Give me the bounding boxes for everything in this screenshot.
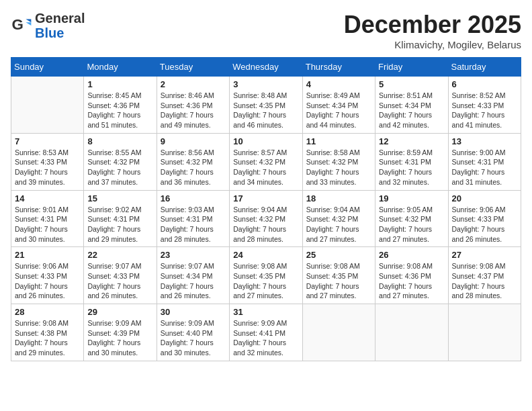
calendar-cell: 28Sunrise: 9:08 AM Sunset: 4:38 PM Dayli… (11, 304, 84, 361)
weekday-header-thursday: Thursday (302, 58, 375, 77)
day-number: 18 (306, 193, 371, 203)
day-info: Sunrise: 9:05 AM Sunset: 4:32 PM Dayligh… (379, 205, 444, 244)
logo-general-text: General (35, 11, 85, 26)
calendar-cell: 16Sunrise: 9:03 AM Sunset: 4:31 PM Dayli… (157, 190, 229, 247)
day-info: Sunrise: 9:04 AM Sunset: 4:32 PM Dayligh… (306, 205, 371, 244)
title-block: December 2025 Klimavichy, Mogilev, Belar… (344, 11, 521, 50)
calendar-cell: 2Sunrise: 8:46 AM Sunset: 4:36 PM Daylig… (157, 77, 229, 134)
day-number: 1 (87, 79, 152, 89)
calendar-cell: 24Sunrise: 9:08 AM Sunset: 4:35 PM Dayli… (230, 247, 302, 304)
day-info: Sunrise: 9:01 AM Sunset: 4:31 PM Dayligh… (15, 205, 80, 244)
day-info: Sunrise: 9:09 AM Sunset: 4:41 PM Dayligh… (233, 318, 298, 358)
calendar-cell: 10Sunrise: 8:57 AM Sunset: 4:32 PM Dayli… (230, 133, 302, 190)
weekday-header-row: SundayMondayTuesdayWednesdayThursdayFrid… (11, 58, 521, 77)
day-number: 29 (87, 307, 152, 317)
day-info: Sunrise: 9:08 AM Sunset: 4:35 PM Dayligh… (233, 261, 298, 301)
calendar-cell: 25Sunrise: 9:08 AM Sunset: 4:35 PM Dayli… (302, 247, 375, 304)
calendar-cell: 30Sunrise: 9:09 AM Sunset: 4:40 PM Dayli… (157, 304, 229, 361)
day-info: Sunrise: 8:58 AM Sunset: 4:32 PM Dayligh… (306, 148, 371, 187)
calendar-cell: 18Sunrise: 9:04 AM Sunset: 4:32 PM Dayli… (302, 190, 375, 247)
calendar-cell (448, 304, 521, 361)
weekday-header-monday: Monday (84, 58, 157, 77)
day-info: Sunrise: 9:08 AM Sunset: 4:37 PM Dayligh… (452, 261, 517, 301)
day-info: Sunrise: 8:57 AM Sunset: 4:32 PM Dayligh… (233, 148, 298, 187)
day-number: 11 (306, 136, 371, 146)
day-number: 20 (452, 193, 517, 203)
day-info: Sunrise: 9:08 AM Sunset: 4:35 PM Dayligh… (306, 261, 371, 301)
day-info: Sunrise: 8:46 AM Sunset: 4:36 PM Dayligh… (161, 91, 226, 130)
day-number: 26 (379, 250, 444, 260)
day-number: 30 (161, 307, 226, 317)
day-number: 17 (233, 193, 298, 203)
day-number: 27 (452, 250, 517, 260)
calendar-cell: 14Sunrise: 9:01 AM Sunset: 4:31 PM Dayli… (11, 190, 84, 247)
day-number: 22 (87, 250, 152, 260)
weekday-header-sunday: Sunday (11, 58, 84, 77)
calendar-cell (302, 304, 375, 361)
day-info: Sunrise: 9:08 AM Sunset: 4:36 PM Dayligh… (379, 261, 444, 301)
day-number: 8 (87, 136, 152, 146)
calendar-cell (11, 77, 84, 134)
day-number: 3 (233, 79, 298, 89)
day-info: Sunrise: 9:06 AM Sunset: 4:33 PM Dayligh… (15, 261, 80, 301)
week-row-3: 14Sunrise: 9:01 AM Sunset: 4:31 PM Dayli… (11, 190, 521, 247)
weekday-header-tuesday: Tuesday (157, 58, 229, 77)
day-number: 24 (233, 250, 298, 260)
day-number: 5 (379, 79, 444, 89)
day-number: 16 (161, 193, 226, 203)
month-year-title: December 2025 (344, 11, 521, 39)
svg-marker-2 (26, 22, 31, 26)
calendar-cell: 9Sunrise: 8:56 AM Sunset: 4:32 PM Daylig… (157, 133, 229, 190)
svg-marker-1 (26, 19, 31, 22)
location-subtitle: Klimavichy, Mogilev, Belarus (344, 39, 521, 50)
day-number: 28 (15, 307, 80, 317)
day-info: Sunrise: 9:09 AM Sunset: 4:40 PM Dayligh… (161, 318, 226, 358)
day-number: 19 (379, 193, 444, 203)
day-info: Sunrise: 9:09 AM Sunset: 4:39 PM Dayligh… (87, 318, 152, 358)
day-number: 21 (15, 250, 80, 260)
weekday-header-friday: Friday (375, 58, 448, 77)
day-number: 23 (161, 250, 226, 260)
calendar-cell: 22Sunrise: 9:07 AM Sunset: 4:33 PM Dayli… (84, 247, 157, 304)
calendar-cell: 19Sunrise: 9:05 AM Sunset: 4:32 PM Dayli… (375, 190, 448, 247)
day-number: 31 (233, 307, 298, 317)
calendar-cell: 15Sunrise: 9:02 AM Sunset: 4:31 PM Dayli… (84, 190, 157, 247)
calendar-cell: 8Sunrise: 8:55 AM Sunset: 4:32 PM Daylig… (84, 133, 157, 190)
svg-text:G: G (12, 16, 24, 33)
calendar-cell: 12Sunrise: 8:59 AM Sunset: 4:31 PM Dayli… (375, 133, 448, 190)
day-info: Sunrise: 9:08 AM Sunset: 4:38 PM Dayligh… (15, 318, 80, 358)
day-info: Sunrise: 9:04 AM Sunset: 4:32 PM Dayligh… (233, 205, 298, 244)
calendar-cell: 17Sunrise: 9:04 AM Sunset: 4:32 PM Dayli… (230, 190, 302, 247)
calendar-cell: 13Sunrise: 9:00 AM Sunset: 4:31 PM Dayli… (448, 133, 521, 190)
day-info: Sunrise: 8:51 AM Sunset: 4:34 PM Dayligh… (379, 91, 444, 130)
calendar-cell: 31Sunrise: 9:09 AM Sunset: 4:41 PM Dayli… (230, 304, 302, 361)
week-row-5: 28Sunrise: 9:08 AM Sunset: 4:38 PM Dayli… (11, 304, 521, 361)
day-info: Sunrise: 9:00 AM Sunset: 4:31 PM Dayligh… (452, 148, 517, 187)
weekday-header-wednesday: Wednesday (230, 58, 302, 77)
day-info: Sunrise: 8:49 AM Sunset: 4:34 PM Dayligh… (306, 91, 371, 130)
logo-blue-text: Blue (35, 26, 85, 40)
day-number: 15 (87, 193, 152, 203)
weekday-header-saturday: Saturday (448, 58, 521, 77)
day-number: 7 (15, 136, 80, 146)
day-number: 10 (233, 136, 298, 146)
calendar-cell: 4Sunrise: 8:49 AM Sunset: 4:34 PM Daylig… (302, 77, 375, 134)
day-info: Sunrise: 8:55 AM Sunset: 4:32 PM Dayligh… (87, 148, 152, 187)
day-info: Sunrise: 8:53 AM Sunset: 4:33 PM Dayligh… (15, 148, 80, 187)
page-header: G General Blue December 2025 Klimavichy,… (11, 11, 521, 50)
calendar-cell (375, 304, 448, 361)
day-number: 6 (452, 79, 517, 89)
calendar-cell: 11Sunrise: 8:58 AM Sunset: 4:32 PM Dayli… (302, 133, 375, 190)
day-info: Sunrise: 9:07 AM Sunset: 4:34 PM Dayligh… (161, 261, 226, 301)
calendar-cell: 23Sunrise: 9:07 AM Sunset: 4:34 PM Dayli… (157, 247, 229, 304)
day-number: 13 (452, 136, 517, 146)
calendar-cell: 5Sunrise: 8:51 AM Sunset: 4:34 PM Daylig… (375, 77, 448, 134)
day-number: 25 (306, 250, 371, 260)
day-number: 14 (15, 193, 80, 203)
day-info: Sunrise: 9:07 AM Sunset: 4:33 PM Dayligh… (87, 261, 152, 301)
day-info: Sunrise: 8:52 AM Sunset: 4:33 PM Dayligh… (452, 91, 517, 130)
day-info: Sunrise: 8:48 AM Sunset: 4:35 PM Dayligh… (233, 91, 298, 130)
calendar-cell: 29Sunrise: 9:09 AM Sunset: 4:39 PM Dayli… (84, 304, 157, 361)
day-number: 12 (379, 136, 444, 146)
day-info: Sunrise: 8:45 AM Sunset: 4:36 PM Dayligh… (87, 91, 152, 130)
